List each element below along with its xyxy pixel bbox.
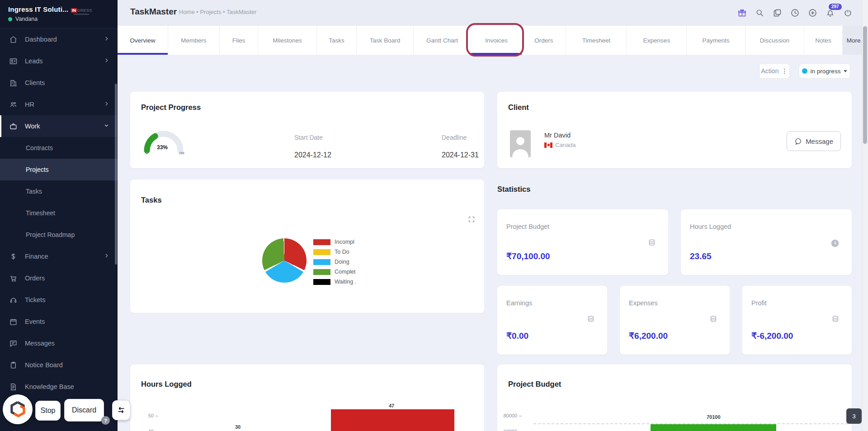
- sidebar-item-messages[interactable]: Messages: [0, 332, 118, 354]
- tab-discussion[interactable]: Discussion: [745, 26, 804, 55]
- legend-item[interactable]: Incompl: [313, 237, 356, 247]
- status-dropdown[interactable]: in progress: [799, 63, 850, 79]
- page-title: TaskMaster: [130, 7, 177, 17]
- tab-milestones[interactable]: Milestones: [258, 26, 317, 55]
- tab-files[interactable]: Files: [220, 26, 258, 55]
- tab-invoices[interactable]: Invoices: [471, 26, 522, 55]
- project-budget-chart-title: Project Budget: [508, 380, 561, 388]
- canada-flag-icon: [544, 142, 552, 148]
- stop-button[interactable]: Stop: [35, 401, 61, 421]
- project-progress-card: Project Progress 33% 0 100 Start Date 20…: [130, 92, 484, 168]
- coins-icon: [708, 315, 718, 325]
- tab-timesheet[interactable]: Timesheet: [566, 26, 627, 55]
- sidebar-item-projects[interactable]: Projects: [0, 159, 118, 180]
- coins-icon: [585, 315, 595, 325]
- tab-task-board[interactable]: Task Board: [357, 26, 414, 55]
- bell-icon[interactable]: 297: [826, 8, 835, 18]
- tab-orders[interactable]: Orders: [522, 26, 566, 55]
- sidebar-item-finance[interactable]: Finance: [0, 246, 118, 267]
- bar-47[interactable]: [331, 409, 454, 431]
- chevron-right-icon: [104, 101, 109, 108]
- briefcase-icon: [9, 122, 18, 131]
- deadline-block: Deadline 2024-12-31: [442, 134, 479, 159]
- swap-button[interactable]: [112, 400, 130, 420]
- fullscreen-icon[interactable]: [468, 216, 475, 223]
- clock-filled-icon: [830, 238, 840, 248]
- tasks-pie-chart[interactable]: [262, 238, 307, 283]
- clock-icon[interactable]: [790, 8, 800, 18]
- caret-down-icon: [844, 70, 847, 72]
- tab-tasks[interactable]: Tasks: [317, 26, 357, 55]
- gauge-min-label: 0: [146, 152, 147, 155]
- project-tabs: Overview Members Files Milestones Tasks …: [118, 26, 868, 55]
- window-scrollbar[interactable]: [862, 0, 868, 431]
- tab-payments[interactable]: Payments: [687, 26, 745, 55]
- status-dot: [802, 68, 807, 74]
- stat-card-earnings: Earnings ₹0.00: [497, 286, 607, 355]
- legend-swatch: [313, 249, 330, 255]
- message-button[interactable]: Message: [787, 131, 841, 151]
- client-name[interactable]: Mr David: [544, 132, 571, 139]
- sidebar-item-tickets[interactable]: Tickets: [0, 289, 118, 311]
- gift-icon[interactable]: [737, 8, 747, 18]
- sidebar-item-events[interactable]: Events: [0, 311, 118, 332]
- users-icon: [9, 100, 18, 109]
- bar-data-label: 30: [235, 424, 241, 430]
- sidebar-item-hr[interactable]: HR: [0, 94, 118, 115]
- coins-icon: [830, 315, 840, 325]
- legend-item[interactable]: Complet: [313, 267, 356, 277]
- tasks-legend: Incompl To Do Doing Complet Waiting .: [313, 237, 356, 287]
- deadline-label: Deadline: [442, 134, 479, 141]
- sidebar-item-orders[interactable]: Orders: [0, 267, 118, 289]
- power-icon[interactable]: [843, 8, 853, 18]
- scrollbar-thumb[interactable]: [863, 26, 867, 144]
- plus-circle-icon[interactable]: [808, 8, 817, 18]
- extension-logo-button[interactable]: [3, 394, 33, 424]
- search-icon[interactable]: [755, 8, 764, 18]
- sidebar-item-work[interactable]: Work: [0, 115, 118, 137]
- sidebar-item-dashboard[interactable]: Dashboard: [0, 28, 118, 50]
- legend-item[interactable]: Waiting .: [313, 277, 356, 287]
- client-country: Canada: [544, 142, 576, 148]
- sidebar-header[interactable]: Ingress IT Soluti... Vandana IN GRESS: [0, 0, 118, 28]
- main-content: Action ⋮ in progress Project Progress 33…: [118, 55, 868, 431]
- action-button[interactable]: Action ⋮: [759, 63, 790, 79]
- dollar-icon: [9, 252, 18, 261]
- bar-70100[interactable]: [651, 424, 776, 431]
- sidebar-item-contracts[interactable]: Contracts: [0, 137, 118, 159]
- y-axis-tick: 50: [137, 413, 158, 418]
- online-status-dot: [8, 17, 12, 21]
- calendar-icon: [9, 317, 18, 326]
- legend-item[interactable]: To Do: [313, 247, 356, 257]
- sidebar-item-project-roadmap[interactable]: Project Roadmap: [0, 224, 118, 246]
- tab-members[interactable]: Members: [168, 26, 220, 55]
- tab-overview[interactable]: Overview: [118, 26, 168, 55]
- progress-gauge: 33% 0 100: [142, 128, 187, 156]
- client-card: Client Mr David Canada Message: [497, 92, 852, 168]
- sidebar-item-clients[interactable]: Clients: [0, 72, 118, 94]
- sidebar-item-leads[interactable]: Leads: [0, 50, 118, 72]
- help-badge[interactable]: ?: [101, 416, 110, 425]
- start-date-label: Start Date: [294, 134, 331, 141]
- leads-icon: [9, 57, 18, 66]
- legend-item[interactable]: Doing: [313, 257, 356, 267]
- company-name: Ingress IT Soluti...: [8, 5, 111, 13]
- notes-icon[interactable]: [773, 8, 782, 18]
- chevron-right-icon: [104, 36, 109, 43]
- sidebar-item-notice-board[interactable]: Notice Board: [0, 354, 118, 376]
- tab-gantt-chart[interactable]: Gantt Chart: [414, 26, 471, 55]
- document-icon: [9, 383, 18, 391]
- stat-label: Project Budget: [506, 223, 549, 230]
- client-title: Client: [508, 103, 529, 112]
- tab-notes[interactable]: Notes: [804, 26, 843, 55]
- breadcrumb[interactable]: Home • Projects • TaskMaster: [179, 9, 256, 15]
- sidebar-item-tasks[interactable]: Tasks: [0, 180, 118, 202]
- tab-expenses[interactable]: Expenses: [627, 26, 687, 55]
- discard-button[interactable]: Discard: [64, 399, 104, 422]
- client-avatar[interactable]: [510, 130, 531, 157]
- stat-card-expenses: Expenses ₹6,200.00: [620, 286, 730, 355]
- sidebar-item-timesheet[interactable]: Timesheet: [0, 202, 118, 224]
- notification-badge: 297: [829, 4, 842, 10]
- sidebar-scrollbar[interactable]: [115, 84, 117, 265]
- stat-card-profit: Profit ₹-6,200.00: [742, 286, 852, 355]
